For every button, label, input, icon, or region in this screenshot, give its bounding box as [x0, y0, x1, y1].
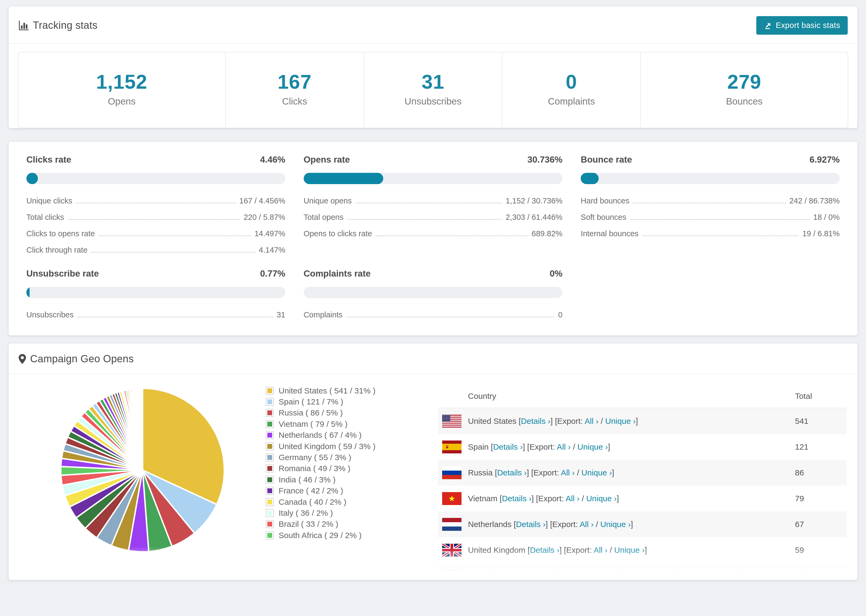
- legend-item: United States ( 541 / 31% ): [266, 385, 431, 396]
- legend-label: Russia ( 86 / 5% ): [279, 408, 343, 417]
- export-all-link[interactable]: All ›: [585, 416, 599, 426]
- rate-progress-bar: [304, 173, 563, 184]
- country-total: 55: [795, 571, 847, 580]
- country-total: 67: [795, 520, 847, 529]
- details-link[interactable]: Details ›: [516, 520, 545, 529]
- export-all-link[interactable]: All ›: [569, 571, 583, 580]
- counter-complaints: 0Complaints: [502, 52, 640, 128]
- flag-vn-icon: [442, 492, 461, 505]
- dotted-leader: [91, 252, 255, 253]
- legend-swatch: [266, 453, 274, 462]
- rate-progress-bar: [26, 173, 285, 184]
- details-link[interactable]: Details ›: [521, 416, 551, 426]
- legend-swatch: [266, 531, 274, 539]
- geo-opens-card: Campaign Geo Opens United States ( 541 /…: [9, 344, 857, 580]
- counter-value: 279: [727, 71, 761, 93]
- stat-value: 1,152 / 30.736%: [505, 196, 562, 205]
- geo-title-text: Campaign Geo Opens: [30, 353, 134, 365]
- rate-panel-complaints-rate: Complaints rate0%Complaints0: [294, 269, 572, 319]
- details-link[interactable]: Details ›: [497, 468, 527, 477]
- export-unique-link[interactable]: Unique ›: [600, 520, 631, 529]
- export-unique-link[interactable]: Unique ›: [578, 442, 608, 451]
- export-unique-link[interactable]: Unique ›: [586, 494, 617, 503]
- counter-bounces: 279Bounces: [640, 52, 848, 128]
- geo-table: Country Total United States [Details ›] …: [438, 385, 847, 580]
- legend-label: United States ( 541 / 31% ): [279, 386, 375, 395]
- rate-panel-clicks-rate: Clicks rate4.46%Unique clicks167 / 4.456…: [17, 154, 294, 255]
- stat-label: Total clicks: [26, 213, 64, 222]
- rate-title: Clicks rate: [26, 154, 71, 165]
- export-unique-link[interactable]: Unique ›: [590, 571, 620, 580]
- export-unique-link[interactable]: Unique ›: [605, 416, 636, 426]
- legend-item: Vietnam ( 79 / 5% ): [266, 418, 431, 429]
- stat-label: Total opens: [304, 213, 343, 222]
- export-prefix: Export:: [552, 520, 578, 529]
- country-name: Germany: [468, 571, 501, 580]
- export-basic-stats-button[interactable]: Export basic stats: [756, 16, 848, 35]
- counter-label: Unsubscribes: [405, 96, 461, 107]
- export-all-link[interactable]: All ›: [579, 520, 594, 529]
- details-link[interactable]: Details ›: [530, 545, 559, 555]
- counter-label: Complaints: [548, 96, 595, 107]
- legend-swatch: [266, 420, 274, 428]
- stat-label: Unique clicks: [26, 196, 72, 205]
- legend-item: Canada ( 40 / 2% ): [266, 497, 431, 508]
- legend-swatch: [266, 476, 274, 484]
- country-total: 541: [795, 416, 847, 426]
- stat-value: 0: [558, 310, 562, 319]
- stat-row: Unsubscribes31: [26, 310, 285, 319]
- dotted-leader: [630, 219, 809, 220]
- counter-value: 31: [422, 71, 444, 93]
- rate-value: 0%: [550, 269, 563, 279]
- stat-row: Opens to clicks rate689.82%: [304, 229, 563, 238]
- rate-panel-opens-rate: Opens rate30.736%Unique opens1,152 / 30.…: [294, 154, 572, 255]
- stat-label: Unsubscribes: [26, 310, 74, 319]
- country-total: 86: [795, 468, 847, 477]
- export-all-link[interactable]: All ›: [561, 468, 575, 477]
- stat-row: Click through rate4.147%: [26, 246, 285, 255]
- legend-item: South Africa ( 29 / 2% ): [266, 530, 431, 541]
- legend-label: Spain ( 121 / 7% ): [279, 397, 343, 406]
- geo-header: Campaign Geo Opens: [9, 344, 857, 374]
- stat-row: Clicks to opens rate14.497%: [26, 229, 285, 238]
- geo-body: United States ( 541 / 31% )Spain ( 121 /…: [9, 374, 857, 580]
- dotted-leader: [77, 317, 273, 317]
- rate-value: 6.927%: [809, 154, 840, 165]
- col-header-country: Country: [438, 391, 795, 401]
- stat-value: 689.82%: [532, 229, 563, 238]
- export-prefix: Export:: [538, 494, 564, 503]
- stat-label: Opens to clicks rate: [304, 229, 372, 238]
- counter-value: 0: [566, 71, 577, 93]
- legend-item: United Kingdom ( 59 / 3% ): [266, 441, 431, 452]
- export-all-link[interactable]: All ›: [557, 442, 571, 451]
- country-name: United States: [468, 416, 516, 426]
- stat-row: Complaints0: [304, 310, 563, 319]
- dotted-leader: [356, 203, 502, 203]
- export-icon: [764, 22, 772, 30]
- stat-row: Hard bounces242 / 86.738%: [581, 196, 840, 205]
- export-prefix: Export:: [529, 442, 555, 451]
- rate-value: 30.736%: [527, 154, 562, 165]
- export-unique-link[interactable]: Unique ›: [614, 545, 645, 555]
- dotted-leader: [346, 317, 554, 317]
- export-all-link[interactable]: All ›: [565, 494, 579, 503]
- rate-value: 0.77%: [260, 269, 285, 279]
- dotted-leader: [376, 236, 528, 236]
- legend-label: Canada ( 40 / 2% ): [279, 498, 346, 507]
- empty-column: [572, 269, 849, 319]
- details-link[interactable]: Details ›: [505, 571, 535, 580]
- tracking-stats-page: Tracking stats Export basic stats 1,152O…: [0, 0, 866, 616]
- geo-title: Campaign Geo Opens: [18, 353, 134, 365]
- export-unique-link[interactable]: Unique ›: [581, 468, 612, 477]
- rate-title: Unsubscribe rate: [26, 269, 99, 279]
- col-header-total: Total: [795, 391, 847, 401]
- stat-label: Complaints: [304, 310, 343, 319]
- dotted-leader: [68, 219, 240, 220]
- stat-label: Internal bounces: [581, 229, 638, 238]
- details-link[interactable]: Details ›: [502, 494, 531, 503]
- details-link[interactable]: Details ›: [493, 442, 523, 451]
- stat-label: Soft bounces: [581, 213, 626, 222]
- export-all-link[interactable]: All ›: [594, 545, 608, 555]
- counter-label: Opens: [108, 96, 135, 107]
- counter-value: 167: [277, 71, 312, 93]
